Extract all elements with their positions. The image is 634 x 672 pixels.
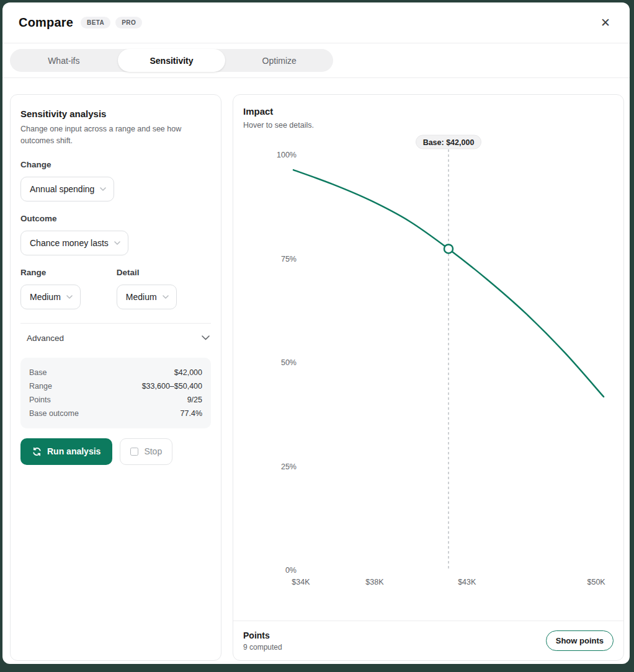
impact-panel: Impact Hover to see details. 100%75%50%2… bbox=[233, 94, 624, 661]
points-title: Points bbox=[243, 630, 282, 640]
detail-label: Detail bbox=[117, 268, 177, 277]
chevron-down-icon bbox=[163, 295, 169, 299]
chevron-down-icon bbox=[202, 335, 210, 340]
detail-column: Detail Medium bbox=[117, 255, 177, 309]
impact-subtitle: Hover to see details. bbox=[243, 121, 614, 130]
tab-what-ifs[interactable]: What-ifs bbox=[10, 49, 118, 72]
points-count: 9 computed bbox=[243, 643, 282, 652]
stop-label: Stop bbox=[144, 446, 162, 456]
summary-value: $42,000 bbox=[174, 368, 202, 377]
stop-square-icon bbox=[130, 448, 138, 456]
content-area: Sensitivity analysis Change one input ac… bbox=[2, 78, 630, 664]
run-analysis-button[interactable]: Run analysis bbox=[20, 438, 112, 465]
summary-value: 9/25 bbox=[187, 396, 202, 404]
tab-group: What-ifs Sensitivity Optimize bbox=[10, 49, 333, 72]
tab-bar: What-ifs Sensitivity Optimize bbox=[2, 43, 630, 78]
summary-label: Base bbox=[29, 368, 47, 377]
pro-badge: PRO bbox=[115, 17, 142, 29]
panel-title: Sensitivity analysis bbox=[20, 108, 211, 119]
modal-header: Compare BETA PRO ✕ bbox=[2, 2, 630, 43]
summary-row-range: Range $33,600–$50,400 bbox=[29, 379, 202, 393]
y-axis-tick-label: 50% bbox=[281, 358, 297, 367]
summary-row-base-outcome: Base outcome 77.4% bbox=[29, 407, 202, 420]
beta-badge: BETA bbox=[81, 17, 110, 29]
x-axis-tick-label: $34K bbox=[292, 578, 310, 586]
change-select-value: Annual spending bbox=[30, 184, 94, 194]
tab-sensitivity[interactable]: Sensitivity bbox=[118, 49, 226, 72]
points-footer: Points 9 computed Show points bbox=[233, 621, 623, 660]
action-buttons: Run analysis Stop bbox=[20, 438, 211, 465]
chevron-down-icon bbox=[100, 187, 106, 191]
change-select[interactable]: Annual spending bbox=[20, 177, 114, 201]
x-axis-tick-label: $50K bbox=[587, 578, 605, 586]
range-detail-row: Range Medium Detail Medium bbox=[20, 255, 211, 309]
summary-label: Base outcome bbox=[29, 409, 79, 418]
outcome-select-value: Chance money lasts bbox=[30, 238, 109, 248]
summary-value: $33,600–$50,400 bbox=[142, 382, 202, 391]
base-point-marker bbox=[444, 244, 453, 253]
impact-header: Impact Hover to see details. bbox=[233, 95, 623, 130]
tab-optimize[interactable]: Optimize bbox=[225, 49, 333, 72]
refresh-icon bbox=[32, 447, 42, 456]
y-axis-tick-label: 75% bbox=[281, 255, 297, 263]
detail-select-value: Medium bbox=[126, 292, 157, 302]
impact-title: Impact bbox=[243, 106, 614, 117]
summary-value: 77.4% bbox=[181, 409, 202, 418]
chevron-down-icon bbox=[66, 295, 73, 299]
y-axis-tick-label: 0% bbox=[285, 566, 297, 575]
summary-label: Points bbox=[29, 396, 51, 404]
change-label: Change bbox=[20, 160, 211, 169]
advanced-toggle[interactable]: Advanced bbox=[20, 324, 211, 351]
page-title: Compare bbox=[19, 15, 73, 30]
spacer bbox=[233, 590, 623, 621]
range-label: Range bbox=[20, 268, 81, 277]
y-axis-tick-label: 100% bbox=[277, 151, 297, 159]
range-select[interactable]: Medium bbox=[20, 285, 81, 309]
summary-row-points: Points 9/25 bbox=[29, 393, 202, 407]
panel-description: Change one input across a range and see … bbox=[20, 123, 207, 148]
advanced-label: Advanced bbox=[27, 334, 64, 343]
outcome-select[interactable]: Chance money lasts bbox=[20, 231, 128, 255]
x-axis-tick-label: $38K bbox=[365, 578, 384, 586]
stop-button[interactable]: Stop bbox=[120, 438, 172, 465]
summary-label: Range bbox=[29, 382, 52, 391]
y-axis-tick-label: 25% bbox=[281, 462, 297, 471]
detail-select[interactable]: Medium bbox=[117, 285, 177, 309]
x-axis-tick-label: $43K bbox=[458, 578, 476, 586]
compare-modal: Compare BETA PRO ✕ What-ifs Sensitivity … bbox=[2, 2, 630, 664]
points-summary: Points 9 computed bbox=[243, 630, 282, 652]
sensitivity-chart[interactable]: 100%75%50%25%0%$34K$38K$43K$50KBase: $42… bbox=[233, 131, 623, 590]
summary-row-base: Base $42,000 bbox=[29, 366, 202, 379]
close-icon[interactable]: ✕ bbox=[596, 14, 615, 32]
run-analysis-label: Run analysis bbox=[47, 446, 100, 456]
range-column: Range Medium bbox=[20, 255, 81, 309]
sensitivity-panel: Sensitivity analysis Change one input ac… bbox=[10, 94, 221, 661]
range-select-value: Medium bbox=[30, 292, 61, 302]
analysis-summary: Base $42,000 Range $33,600–$50,400 Point… bbox=[20, 358, 211, 428]
show-points-button[interactable]: Show points bbox=[546, 630, 614, 651]
outcome-label: Outcome bbox=[20, 214, 211, 223]
base-pill-label: Base: $42,000 bbox=[423, 138, 475, 147]
chevron-down-icon bbox=[114, 241, 120, 245]
